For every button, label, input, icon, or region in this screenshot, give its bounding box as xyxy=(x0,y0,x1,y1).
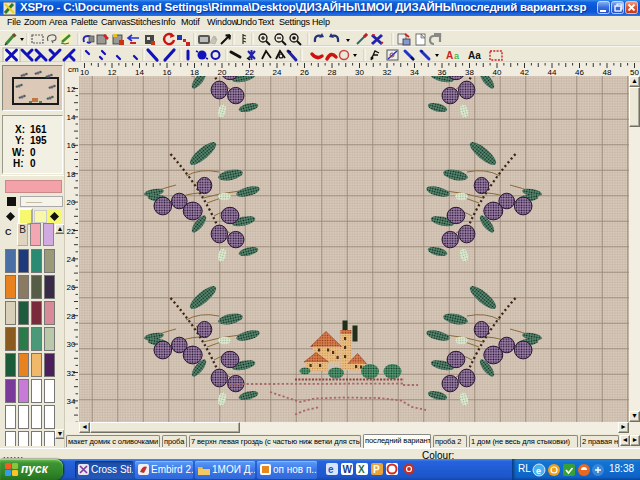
svg-text:24: 24 xyxy=(67,255,76,264)
svg-text:20: 20 xyxy=(218,68,227,77)
svg-text:e: e xyxy=(328,464,334,475)
svg-text:10: 10 xyxy=(80,68,89,77)
svg-text:W: W xyxy=(343,464,353,475)
svg-text:50: 50 xyxy=(630,68,639,77)
svg-text:22: 22 xyxy=(245,68,254,77)
svg-text:30: 30 xyxy=(67,340,76,349)
svg-text:28: 28 xyxy=(67,312,76,321)
svg-text:26: 26 xyxy=(300,68,309,77)
svg-text:48: 48 xyxy=(603,68,612,77)
svg-text:a: a xyxy=(454,51,459,61)
svg-text:34: 34 xyxy=(410,68,419,77)
svg-text:36: 36 xyxy=(438,68,447,77)
svg-text:34: 34 xyxy=(67,397,76,406)
svg-text:12: 12 xyxy=(67,85,76,94)
svg-text:32: 32 xyxy=(67,369,76,378)
svg-text:14: 14 xyxy=(67,113,76,122)
svg-text:22: 22 xyxy=(67,227,76,236)
svg-text:30: 30 xyxy=(355,68,364,77)
svg-text:18: 18 xyxy=(67,170,76,179)
svg-text:26: 26 xyxy=(67,283,76,292)
svg-text:18: 18 xyxy=(190,68,199,77)
svg-text:e: e xyxy=(536,466,541,476)
svg-text:12: 12 xyxy=(108,68,117,77)
svg-text:42: 42 xyxy=(520,68,529,77)
svg-text:P: P xyxy=(373,464,380,475)
svg-text:X: X xyxy=(358,464,365,475)
svg-text:28: 28 xyxy=(328,68,337,77)
svg-text:A: A xyxy=(446,50,453,61)
svg-text:44: 44 xyxy=(548,68,557,77)
svg-text:16: 16 xyxy=(67,141,76,150)
svg-text:cm: cm xyxy=(68,65,79,74)
svg-text:24: 24 xyxy=(273,68,282,77)
svg-text:40: 40 xyxy=(493,68,502,77)
svg-text:14: 14 xyxy=(135,68,144,77)
svg-text:38: 38 xyxy=(465,68,474,77)
svg-text:46: 46 xyxy=(575,68,584,77)
svg-text:16: 16 xyxy=(163,68,172,77)
svg-text:20: 20 xyxy=(67,198,76,207)
svg-text:Aa: Aa xyxy=(468,50,481,61)
svg-text:32: 32 xyxy=(383,68,392,77)
